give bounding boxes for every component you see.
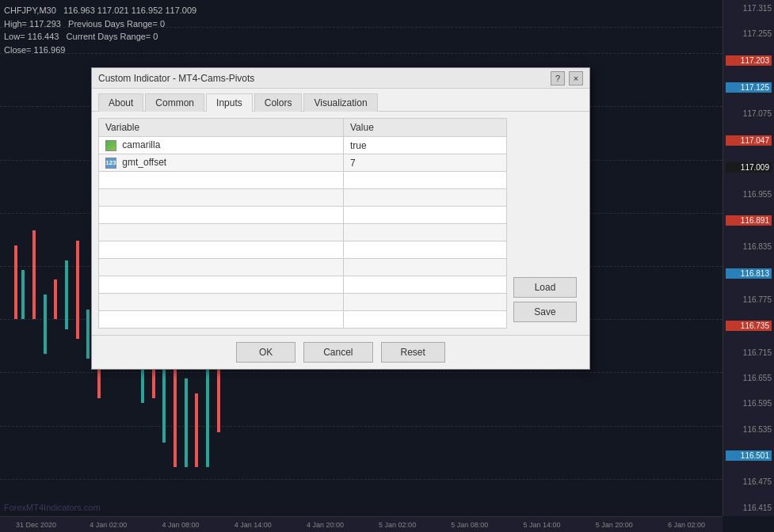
table-row-empty	[99, 259, 507, 276]
save-button[interactable]: Save	[513, 302, 577, 322]
table-row[interactable]: camarilla true	[99, 137, 507, 154]
tab-visualization[interactable]: Visualization	[303, 93, 377, 112]
val-camarilla: true	[344, 137, 507, 154]
table-row-empty	[99, 276, 507, 294]
load-button[interactable]: Load	[513, 277, 577, 298]
table-row-empty	[99, 207, 507, 224]
close-button[interactable]: ×	[569, 71, 583, 86]
tab-colors[interactable]: Colors	[254, 93, 303, 112]
side-buttons: Load Save	[513, 118, 583, 329]
reset-button[interactable]: Reset	[381, 342, 445, 363]
tab-inputs[interactable]: Inputs	[206, 93, 253, 112]
ok-button[interactable]: OK	[236, 342, 295, 363]
var-camarilla: camarilla	[99, 137, 344, 154]
table-row-empty	[99, 241, 507, 259]
inputs-table: Variable Value camarilla true	[98, 118, 507, 329]
table-row-empty	[99, 172, 507, 189]
dialog-window: Custom Indicator - MT4-Cams-Pivots ? × A…	[91, 67, 590, 370]
cancel-button[interactable]: Cancel	[303, 342, 372, 363]
var-gmt-offset: 123 gmt_offset	[99, 154, 344, 172]
dialog-footer: OK Cancel Reset	[92, 335, 589, 369]
table-row-selected[interactable]: 123 gmt_offset 7	[99, 154, 507, 172]
tab-common[interactable]: Common	[145, 93, 204, 112]
dialog-controls: ? ×	[551, 71, 583, 86]
val-gmt-offset: 7	[344, 154, 507, 172]
content-layout: Variable Value camarilla true	[98, 118, 583, 329]
dialog-overlay: Custom Indicator - MT4-Cams-Pivots ? × A…	[0, 0, 774, 532]
num-icon: 123	[105, 158, 116, 169]
tab-about[interactable]: About	[98, 93, 143, 112]
table-row-empty	[99, 224, 507, 241]
col-value: Value	[344, 119, 507, 137]
dialog-tabs: About Common Inputs Colors Visualization	[92, 89, 589, 112]
dialog-titlebar: Custom Indicator - MT4-Cams-Pivots ? ×	[92, 68, 589, 89]
dialog-content: Variable Value camarilla true	[92, 112, 589, 335]
table-row-empty	[99, 311, 507, 329]
col-variable: Variable	[99, 119, 344, 137]
table-row-empty	[99, 189, 507, 207]
table-row-empty	[99, 294, 507, 311]
table-container: Variable Value camarilla true	[98, 118, 507, 329]
help-button[interactable]: ?	[551, 71, 565, 86]
dialog-title: Custom Indicator - MT4-Cams-Pivots	[98, 73, 254, 84]
bool-icon	[105, 140, 116, 151]
